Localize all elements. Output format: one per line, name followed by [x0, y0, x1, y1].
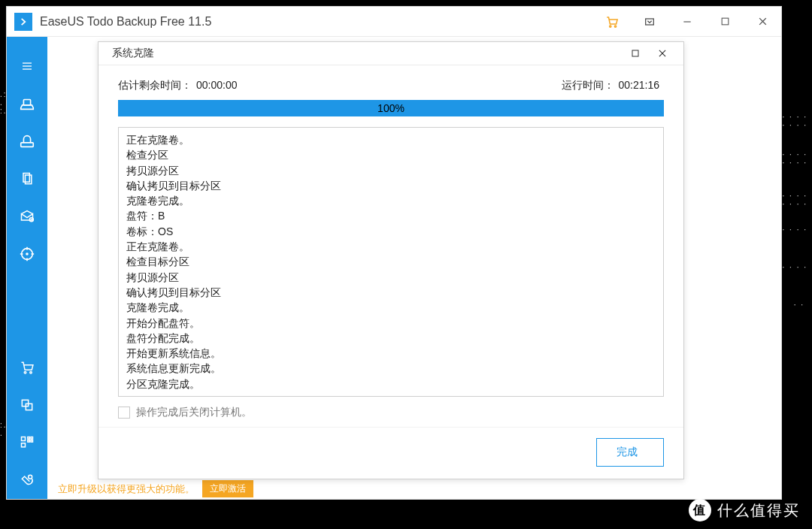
svg-rect-29 [28, 440, 30, 443]
watermark-logo-icon: 值 [689, 499, 711, 521]
maximize-button[interactable] [706, 7, 744, 37]
log-output[interactable]: 正在克隆卷。检查分区拷贝源分区确认拷贝到目标分区克隆卷完成。盘符：B卷标：OS正… [118, 127, 664, 397]
shutdown-option-row: 操作完成后关闭计算机。 [118, 406, 664, 419]
system-clone-dialog: 系统克隆 估计剩余时间： 00:00:00 运行时间： 00:21:16 100… [98, 41, 684, 479]
sidebar [7, 37, 47, 499]
log-line: 开始分配盘符。 [126, 316, 656, 331]
svg-point-23 [30, 371, 32, 373]
dialog-maximize-button[interactable] [622, 42, 649, 65]
watermark-text: 什么值得买 [717, 500, 800, 521]
svg-line-6 [759, 18, 766, 25]
background-decor: · · · ·· · · · [783, 113, 807, 129]
clone-icon[interactable] [7, 386, 47, 424]
run-time-label: 运行时间： [562, 79, 614, 92]
svg-rect-28 [31, 437, 33, 440]
svg-rect-15 [31, 219, 32, 220]
background-decor: · · · ·· · · · [783, 150, 807, 167]
background-decor: · · [794, 301, 804, 309]
svg-rect-25 [26, 404, 32, 410]
estimated-time-value: 00:00:00 [196, 79, 238, 92]
disk-backup-icon[interactable] [7, 85, 47, 122]
svg-rect-10 [23, 100, 30, 105]
app-title: EaseUS Todo Backup Free 11.5 [40, 15, 211, 29]
mail-backup-icon[interactable] [7, 198, 47, 235]
log-line: 开始更新系统信息。 [126, 346, 656, 361]
svg-point-0 [610, 25, 611, 26]
log-line: 卷标：OS [126, 224, 656, 239]
close-button[interactable] [744, 7, 781, 37]
log-line: 克隆卷完成。 [126, 193, 656, 208]
svg-point-22 [24, 371, 26, 373]
svg-rect-33 [632, 50, 638, 56]
log-line: 拷贝源分区 [126, 163, 656, 178]
log-line: 检查目标分区 [126, 254, 656, 269]
finish-button[interactable]: 完成 [596, 438, 664, 467]
svg-rect-13 [26, 175, 32, 184]
run-time-value: 00:21:16 [619, 79, 660, 92]
app-logo-icon [14, 13, 32, 31]
dialog-title: 系统克隆 [112, 47, 154, 60]
dialog-footer: 完成 [98, 427, 683, 483]
minimize-button[interactable] [668, 7, 706, 37]
progress-bar: 100% [118, 100, 664, 116]
svg-point-32 [29, 475, 32, 479]
menu-toggle-icon[interactable] [7, 47, 47, 85]
log-line: 盘符：B [126, 208, 656, 223]
settings-icon[interactable] [7, 461, 47, 499]
svg-rect-30 [31, 440, 33, 443]
log-line: 克隆卷完成。 [126, 300, 656, 315]
svg-point-17 [26, 252, 29, 255]
background-decor: · · · · [783, 263, 807, 271]
log-line: 确认拷贝到目标分区 [126, 285, 656, 300]
log-line: 盘符分配完成。 [126, 331, 656, 346]
dialog-header: 系统克隆 [98, 42, 683, 65]
log-line: 检查分区 [126, 147, 656, 162]
background-decor: · · · · [783, 225, 807, 234]
watermark: 值 什么值得买 [689, 499, 800, 521]
log-line: 拷贝源分区 [126, 270, 656, 285]
cart-button[interactable] [593, 7, 631, 37]
svg-rect-11 [21, 143, 34, 147]
log-line: 确认拷贝到目标分区 [126, 178, 656, 193]
svg-rect-2 [646, 19, 654, 25]
svg-rect-27 [28, 437, 30, 440]
progress-value: 100% [377, 102, 404, 114]
tools-icon[interactable] [7, 424, 47, 461]
dialog-close-button[interactable] [649, 42, 676, 65]
shutdown-checkbox[interactable] [118, 407, 130, 419]
log-line: 系统信息更新完成。 [126, 361, 656, 376]
estimated-time-label: 估计剩余时间： [118, 79, 192, 92]
svg-point-1 [614, 25, 616, 26]
time-row: 估计剩余时间： 00:00:00 运行时间： 00:21:16 [118, 79, 664, 92]
shutdown-option-label: 操作完成后关闭计算机。 [136, 406, 252, 419]
svg-rect-4 [722, 18, 729, 25]
svg-rect-31 [22, 443, 26, 447]
background-decor: · · · ·· · · · [783, 192, 807, 208]
system-backup-icon[interactable] [7, 122, 47, 160]
svg-line-5 [759, 18, 766, 25]
cart-sidebar-icon[interactable] [7, 349, 47, 386]
dropdown-button[interactable] [631, 7, 668, 37]
title-bar: EaseUS Todo Backup Free 11.5 [7, 7, 781, 37]
log-line: 正在克隆卷。 [126, 239, 656, 254]
promo-text: 立即升级以获得更强大的功能。 [58, 482, 195, 496]
svg-rect-26 [22, 437, 26, 441]
log-line: 正在克隆卷。 [126, 132, 656, 147]
file-backup-icon[interactable] [7, 160, 47, 198]
svg-rect-24 [22, 400, 28, 406]
smart-backup-icon[interactable] [7, 235, 47, 273]
log-line: 分区克隆完成。 [126, 376, 656, 391]
